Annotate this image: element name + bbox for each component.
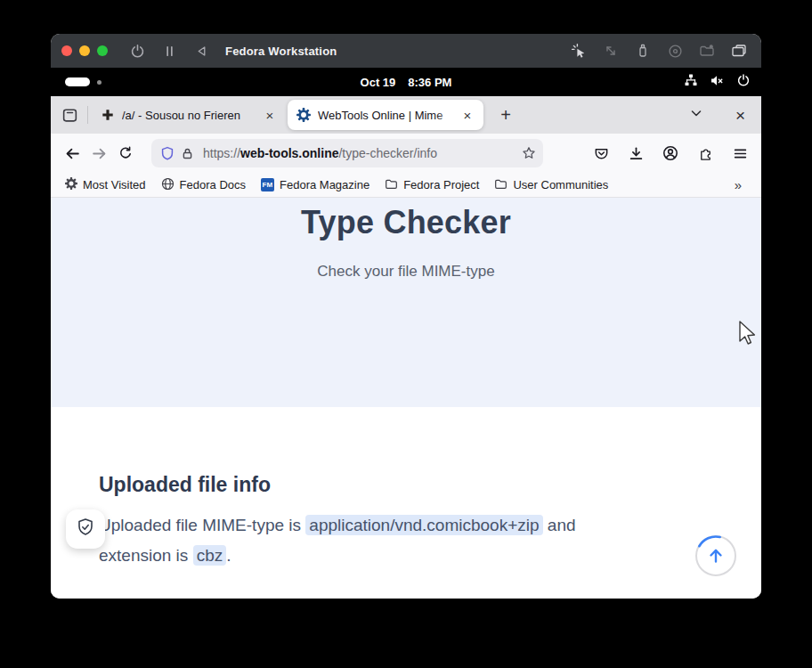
mouse-cursor [737, 320, 757, 350]
bookmark-label: Fedora Project [403, 178, 479, 191]
resize-icon[interactable] [601, 41, 621, 61]
restart-icon[interactable] [191, 41, 211, 61]
fm-badge-icon: FM [261, 178, 274, 191]
back-button[interactable] [59, 140, 85, 167]
tab-title: /a/ - Sousou no Frieren [122, 109, 261, 122]
bookmarks-overflow-chevron[interactable]: » [729, 175, 747, 194]
gear-favicon-icon [296, 108, 311, 122]
capture-cursor-icon[interactable] [569, 41, 589, 61]
vm-window: Fedora Workstation Oc [51, 34, 761, 599]
vm-titlebar: Fedora Workstation [51, 34, 761, 68]
bookmark-star-icon[interactable] [522, 146, 536, 160]
menu-hamburger-icon[interactable] [727, 140, 753, 167]
bookmark-fedora-magazine[interactable]: FM Fedora Magazine [255, 175, 376, 194]
scroll-to-top-button[interactable] [695, 535, 736, 576]
zoom-window-button[interactable] [97, 45, 108, 56]
minimize-window-button[interactable] [79, 45, 90, 56]
downloads-icon[interactable] [622, 140, 649, 167]
url-scheme: https:// [203, 146, 240, 160]
url-domain: web-tools.online [240, 146, 338, 160]
clock-time: 8:36 PM [408, 76, 451, 89]
close-browser-icon[interactable]: × [735, 107, 745, 124]
lock-icon[interactable] [181, 147, 194, 160]
tab-close-button[interactable]: × [261, 106, 279, 124]
shield-check-icon [76, 517, 95, 541]
tab-separator [87, 106, 88, 124]
extensions-puzzle-icon[interactable] [692, 140, 719, 167]
globe-icon [161, 177, 175, 193]
firefox-tab-strip: /a/ - Sousou no Frieren × WebTools Onlin… [51, 96, 761, 134]
pocket-icon[interactable] [588, 140, 614, 167]
bookmark-label: Fedora Magazine [280, 178, 369, 191]
tab-title: WebTools Online | Mime [318, 109, 459, 122]
bookmark-label: Most Visited [83, 178, 146, 191]
close-window-button[interactable] [61, 45, 72, 56]
reload-button[interactable] [112, 140, 139, 167]
url-bar[interactable]: https://web-tools.online/type-checker/in… [151, 139, 543, 167]
info-prefix: Uploaded file MIME-type is [99, 516, 305, 534]
traffic-lights [61, 45, 108, 56]
page-title: Type Checker [51, 204, 761, 241]
privacy-badge-button[interactable] [66, 509, 105, 549]
tab-sousou-no-frieren[interactable]: /a/ - Sousou no Frieren × [92, 100, 286, 130]
folder-icon [385, 177, 398, 193]
firefox-view-button[interactable] [56, 102, 83, 128]
bookmark-folder-fedora-project[interactable]: Fedora Project [378, 175, 485, 196]
page-subtitle: Check your file MIME-type [51, 263, 761, 281]
section-heading: Uploaded file info [99, 473, 713, 497]
bookmark-label: Fedora Docs [180, 178, 246, 191]
navigation-toolbar: https://web-tools.online/type-checker/in… [51, 134, 761, 173]
clover-favicon-icon [101, 108, 115, 122]
folder-icon [494, 177, 508, 193]
bookmark-fedora-docs[interactable]: Fedora Docs [155, 175, 252, 196]
new-tab-button[interactable]: + [492, 102, 519, 128]
hero-section: Type Checker Check your file MIME-type [51, 198, 761, 407]
pause-icon[interactable] [159, 41, 179, 61]
uploaded-file-info-section: Uploaded file info Uploaded file MIME-ty… [51, 407, 761, 571]
tracking-protection-shield-icon[interactable] [160, 146, 175, 160]
bookmark-folder-user-communities[interactable]: User Communities [488, 175, 614, 196]
gear-icon [65, 177, 77, 192]
bookmark-most-visited[interactable]: Most Visited [59, 175, 152, 195]
extension-value: cbz [193, 545, 227, 566]
clock-date: Oct 19 [361, 76, 396, 89]
info-suffix: . [226, 546, 231, 565]
clock[interactable]: Oct 198:36 PM [51, 76, 761, 89]
page-content: Type Checker Check your file MIME-type U… [51, 198, 761, 599]
tab-webtools-online[interactable]: WebTools Online | Mime × [288, 100, 483, 130]
vm-window-title: Fedora Workstation [225, 45, 337, 58]
arrow-up-icon [711, 550, 721, 562]
windows-icon[interactable] [729, 41, 749, 61]
shared-folder-icon[interactable] [697, 41, 717, 61]
account-icon[interactable] [657, 140, 684, 167]
bookmarks-toolbar: Most Visited Fedora Docs FM Fedora Magaz… [51, 173, 761, 198]
mime-type-value: application/vnd.comicbook+zip [305, 515, 542, 535]
gnome-top-bar: Oct 198:36 PM [51, 68, 761, 96]
usb-icon[interactable] [633, 41, 653, 61]
bookmark-label: User Communities [513, 178, 608, 191]
url-path: /type-checker/info [338, 146, 437, 160]
file-info-text: Uploaded file MIME-type is application/v… [99, 510, 651, 571]
url-text: https://web-tools.online/type-checker/in… [203, 146, 522, 160]
tab-close-button[interactable]: × [459, 106, 476, 124]
disc-icon[interactable] [665, 41, 685, 61]
forward-button[interactable] [85, 140, 112, 167]
list-all-tabs-icon[interactable] [689, 106, 703, 124]
power-icon[interactable] [127, 41, 147, 61]
